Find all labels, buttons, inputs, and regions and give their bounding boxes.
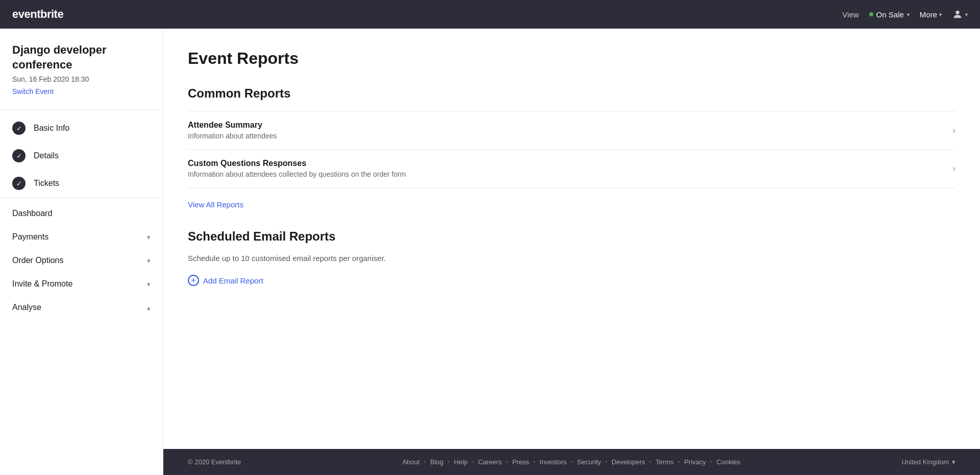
footer-link-blog[interactable]: Blog [426,458,448,466]
footer-link-help[interactable]: Help [450,458,472,466]
status-label: On Sale [876,10,904,19]
sidebar-item-payments[interactable]: Payments ▾ [0,225,163,249]
report-list: Attendee Summary Information about atten… [188,111,955,188]
report-item-title: Custom Questions Responses [188,159,944,168]
sidebar-divider [0,110,163,110]
sidebar-divider-2 [0,197,163,198]
main-content: Event Reports Common Reports Attendee Su… [163,29,980,449]
footer-region-label: United Kingdom [901,458,949,466]
status-dropdown[interactable]: On Sale ▾ [869,10,910,19]
sidebar-item-basic-info[interactable]: ✓ Basic Info [0,114,163,142]
report-item-title: Attendee Summary [188,121,944,130]
user-icon [952,9,963,20]
sidebar-item-label: Dashboard [12,209,151,218]
footer-link-press[interactable]: Press [508,458,533,466]
footer-region[interactable]: United Kingdom ▾ [901,458,955,466]
footer-link-cookies[interactable]: Cookies [713,458,745,466]
footer-region-chevron-icon: ▾ [952,458,955,466]
sidebar-item-dashboard[interactable]: Dashboard [0,202,163,225]
report-item-content: Custom Questions Responses Information a… [188,159,944,178]
user-menu[interactable]: ▾ [952,9,968,20]
chevron-right-icon: › [952,163,955,174]
sidebar-item-order-options[interactable]: Order Options ▾ [0,249,163,272]
sidebar-item-label: Analyse [12,303,147,312]
content-area: Event Reports Common Reports Attendee Su… [163,29,980,475]
chevron-down-icon: ▾ [147,280,151,288]
chevron-down-icon: ▾ [147,257,151,265]
view-link[interactable]: View [842,10,859,19]
add-email-report-button[interactable]: + Add Email Report [188,275,263,286]
check-icon: ✓ [12,149,26,162]
sidebar-item-label: Details [34,151,151,160]
switch-event-link[interactable]: Switch Event [0,87,163,96]
chevron-right-icon: › [952,125,955,136]
footer-link-security[interactable]: Security [573,458,605,466]
common-reports-title: Common Reports [188,86,955,101]
more-label: More [920,10,937,19]
report-item-desc: Information about attendees [188,132,944,140]
footer-copyright: © 2020 Eventbrite [188,458,241,466]
sidebar: Django developer conference Sun, 16 Feb … [0,29,163,475]
sidebar-item-label: Payments [12,232,147,242]
report-item-custom-questions[interactable]: Custom Questions Responses Information a… [188,150,955,188]
more-dropdown[interactable]: More ▾ [920,10,942,19]
report-item-desc: Information about attendees collected by… [188,170,944,178]
top-navigation: eventbrite View On Sale ▾ More ▾ ▾ [0,0,980,29]
chevron-down-icon: ▾ [147,233,151,241]
page-title: Event Reports [188,49,955,68]
sidebar-item-invite-promote[interactable]: Invite & Promote ▾ [0,272,163,296]
sidebar-item-tickets[interactable]: ✓ Tickets [0,170,163,197]
sidebar-item-label: Tickets [34,179,151,188]
footer-link-developers[interactable]: Developers [607,458,649,466]
check-icon: ✓ [12,177,26,190]
report-item-content: Attendee Summary Information about atten… [188,121,944,140]
status-dot-icon [869,12,873,16]
scheduled-reports-title: Scheduled Email Reports [188,229,955,244]
scheduled-email-reports-section: Scheduled Email Reports Schedule up to 1… [188,229,955,286]
report-item-attendee-summary[interactable]: Attendee Summary Information about atten… [188,111,955,150]
event-title: Django developer conference [0,43,163,72]
sidebar-item-label: Basic Info [34,124,151,133]
status-chevron-icon: ▾ [907,12,910,17]
logo[interactable]: eventbrite [12,8,63,21]
more-chevron-icon: ▾ [939,12,942,17]
view-all-reports-link[interactable]: View All Reports [188,200,243,209]
footer-link-privacy[interactable]: Privacy [680,458,710,466]
user-chevron-icon: ▾ [965,12,968,17]
page-layout: Django developer conference Sun, 16 Feb … [0,29,980,475]
sidebar-item-details[interactable]: ✓ Details [0,142,163,170]
footer-link-terms[interactable]: Terms [651,458,677,466]
sidebar-item-label: Order Options [12,256,147,265]
plus-circle-icon: + [188,275,199,286]
add-report-label: Add Email Report [203,276,263,285]
topnav-right: View On Sale ▾ More ▾ ▾ [842,9,968,20]
footer-link-careers[interactable]: Careers [474,458,506,466]
chevron-up-icon: ▴ [147,304,151,312]
event-date: Sun, 16 Feb 2020 18:30 [0,75,163,83]
sidebar-item-analyse[interactable]: Analyse ▴ [0,296,163,319]
check-icon: ✓ [12,122,26,135]
footer-link-investors[interactable]: Investors [535,458,571,466]
scheduled-reports-desc: Schedule up to 10 customised email repor… [188,254,955,263]
footer-links: About • Blog • Help • Careers • Press • … [398,458,744,466]
footer-link-about[interactable]: About [398,458,424,466]
svg-point-0 [955,11,959,14]
sidebar-item-label: Invite & Promote [12,279,147,289]
footer: © 2020 Eventbrite About • Blog • Help • … [163,449,980,475]
